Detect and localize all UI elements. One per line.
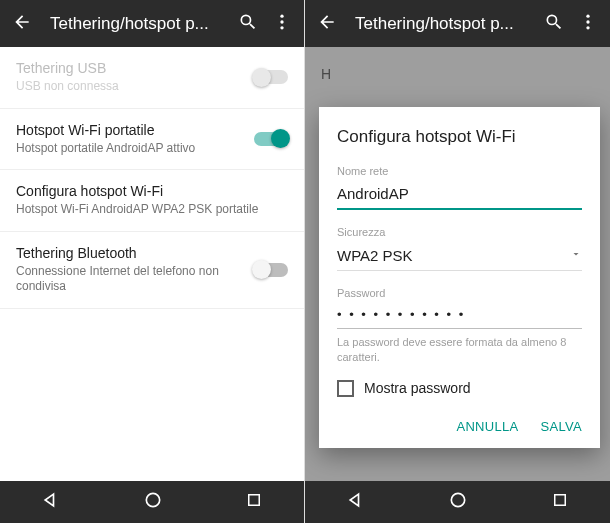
bg-row: H xyxy=(321,66,331,82)
svg-point-3 xyxy=(146,493,159,506)
appbar: Tethering/hotspot p... xyxy=(305,0,610,47)
dialog-actions: ANNULLA SALVA xyxy=(337,419,582,438)
svg-rect-4 xyxy=(249,495,260,506)
overflow-icon[interactable] xyxy=(578,12,598,36)
setting-title: Configura hotspot Wi-Fi xyxy=(16,183,288,199)
nav-recents-icon[interactable] xyxy=(551,491,569,513)
svg-point-2 xyxy=(280,26,283,29)
password-input[interactable] xyxy=(337,303,582,329)
appbar-title: Tethering/hotspot p... xyxy=(50,14,224,34)
dialog-title: Configura hotspot Wi-Fi xyxy=(337,127,582,147)
show-password-label: Mostra password xyxy=(364,380,471,396)
settings-list: Tethering USB USB non connessa Hotspot W… xyxy=(0,47,304,481)
field-label: Nome rete xyxy=(337,165,582,177)
nav-back-icon[interactable] xyxy=(346,490,366,514)
setting-sub: USB non connessa xyxy=(16,79,254,95)
dimmed-content: H C T C Configura hotspot Wi-Fi Nome ret… xyxy=(305,47,610,481)
setting-title: Hotspot Wi-Fi portatile xyxy=(16,122,254,138)
nav-home-icon[interactable] xyxy=(143,490,163,514)
password-helper: La password deve essere formata da almen… xyxy=(337,335,582,366)
save-button[interactable]: SALVA xyxy=(541,419,582,434)
network-name-input[interactable] xyxy=(337,181,582,210)
svg-rect-9 xyxy=(555,495,566,506)
search-icon[interactable] xyxy=(544,12,564,36)
setting-sub: Connessione Internet del telefono non co… xyxy=(16,264,254,295)
setting-tethering-bluetooth[interactable]: Tethering Bluetooth Connessione Internet… xyxy=(0,232,304,309)
search-icon[interactable] xyxy=(238,12,258,36)
svg-point-6 xyxy=(586,20,589,23)
nav-back-icon[interactable] xyxy=(41,490,61,514)
setting-title: Tethering USB xyxy=(16,60,254,76)
cancel-button[interactable]: ANNULLA xyxy=(456,419,518,434)
svg-point-7 xyxy=(586,26,589,29)
setting-tethering-usb: Tethering USB USB non connessa xyxy=(0,47,304,109)
security-value: WPA2 PSK xyxy=(337,247,413,264)
back-icon[interactable] xyxy=(12,12,32,36)
svg-point-1 xyxy=(280,20,283,23)
appbar: Tethering/hotspot p... xyxy=(0,0,304,47)
navbar xyxy=(305,481,610,523)
back-icon[interactable] xyxy=(317,12,337,36)
setting-sub: Hotspot portatile AndroidAP attivo xyxy=(16,141,254,157)
field-label: Password xyxy=(337,287,582,299)
svg-point-5 xyxy=(586,14,589,17)
switch-usb xyxy=(254,70,288,84)
switch-hotspot[interactable] xyxy=(254,132,288,146)
network-name-field: Nome rete xyxy=(337,165,582,210)
settings-screen: Tethering/hotspot p... Tethering USB USB… xyxy=(0,0,305,523)
show-password-row[interactable]: Mostra password xyxy=(337,380,582,397)
setting-title: Tethering Bluetooth xyxy=(16,245,254,261)
overflow-icon[interactable] xyxy=(272,12,292,36)
setting-hotspot-wifi[interactable]: Hotspot Wi-Fi portatile Hotspot portatil… xyxy=(0,109,304,171)
security-select[interactable]: WPA2 PSK xyxy=(337,242,582,271)
nav-recents-icon[interactable] xyxy=(245,491,263,513)
dialog-screen: Tethering/hotspot p... H C T C Configura… xyxy=(305,0,610,523)
security-field: Sicurezza WPA2 PSK xyxy=(337,226,582,271)
svg-point-8 xyxy=(452,493,465,506)
setting-sub: Hotspot Wi-Fi AndroidAP WPA2 PSK portati… xyxy=(16,202,288,218)
nav-home-icon[interactable] xyxy=(448,490,468,514)
password-field: Password La password deve essere formata… xyxy=(337,287,582,366)
svg-point-0 xyxy=(280,14,283,17)
chevron-down-icon xyxy=(570,246,582,264)
navbar xyxy=(0,481,304,523)
switch-bluetooth[interactable] xyxy=(254,263,288,277)
checkbox-icon[interactable] xyxy=(337,380,354,397)
field-label: Sicurezza xyxy=(337,226,582,238)
hotspot-config-dialog: Configura hotspot Wi-Fi Nome rete Sicure… xyxy=(319,107,600,448)
setting-configure-hotspot[interactable]: Configura hotspot Wi-Fi Hotspot Wi-Fi An… xyxy=(0,170,304,232)
appbar-title: Tethering/hotspot p... xyxy=(355,14,530,34)
